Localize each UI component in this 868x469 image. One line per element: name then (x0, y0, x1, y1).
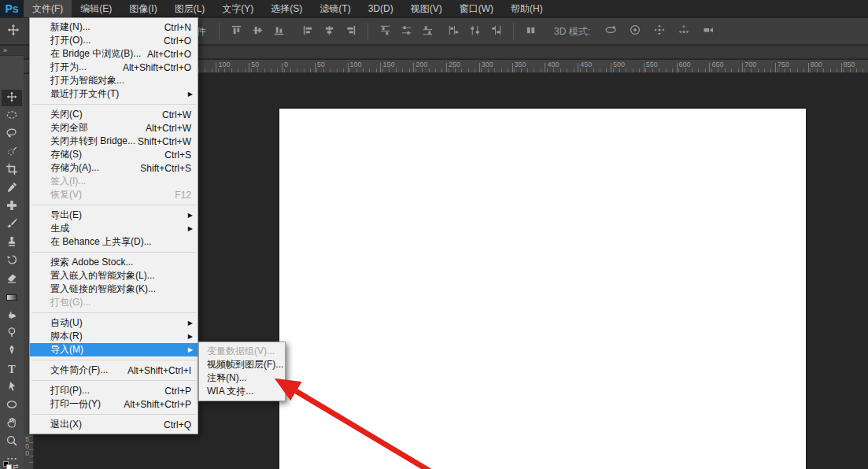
menu-item-print[interactable]: 打印(P)...Ctrl+P (30, 384, 198, 397)
3d-pan-icon (653, 24, 666, 39)
menu-item-place-embedded[interactable]: 置入嵌入的智能对象(L)... (30, 269, 198, 283)
menu-item-automate[interactable]: 自动(U)▶ (30, 316, 198, 330)
document-canvas[interactable] (279, 108, 806, 469)
distribute-spacing-button[interactable] (520, 22, 541, 41)
menu-item-label: 恢复(V) (50, 188, 82, 201)
menu-item-scripts[interactable]: 脚本(R)▶ (30, 330, 198, 343)
tool-quick-selection[interactable] (2, 144, 22, 161)
distribute-bottom-button[interactable] (417, 22, 438, 41)
menu-item-print-one-copy[interactable]: 打印一份(Y)Alt+Shift+Ctrl+P (30, 397, 198, 411)
align-vertical-centers-button[interactable] (247, 22, 268, 41)
3d-orbit-button[interactable] (598, 22, 622, 41)
align-right-edges-button[interactable] (340, 22, 361, 41)
menu-item-notes[interactable]: 注释(N)... (199, 371, 285, 385)
menu-item-close-all[interactable]: 关闭全部Alt+Ctrl+W (30, 121, 198, 135)
menu-separator (31, 205, 196, 205)
menu-item-open-recent[interactable]: 最近打开文件(T)▶ (30, 87, 198, 101)
menubar-item-view[interactable]: 视图(V) (402, 0, 451, 17)
3d-pan-button[interactable] (647, 22, 671, 41)
edit-toolbar-icon (6, 452, 18, 468)
menu-item-save-as[interactable]: 存储为(A)...Shift+Ctrl+S (30, 161, 198, 175)
toolbox-collapse-button[interactable]: » (0, 46, 24, 56)
distribute-right-button[interactable] (486, 22, 507, 41)
menubar-item-threed[interactable]: 3D(D) (360, 0, 402, 17)
distribute-top-button[interactable] (375, 22, 396, 41)
menubar-item-help[interactable]: 帮助(H) (502, 0, 552, 17)
marquee-icon (6, 109, 18, 124)
distribute-left-button[interactable] (443, 22, 464, 41)
menubar-item-window[interactable]: 窗口(W) (451, 0, 502, 17)
ruler-label: 0 (25, 450, 29, 457)
tool-smudge[interactable] (2, 307, 22, 323)
path-selection-icon (6, 380, 18, 396)
menu-item-label: 置入链接的智能对象(K)... (50, 283, 156, 296)
tool-path-selection[interactable] (2, 379, 22, 396)
tool-eraser[interactable] (2, 271, 22, 287)
menubar-item-image[interactable]: 图像(I) (120, 0, 165, 17)
menubar-item-file[interactable]: 文件(F) (24, 0, 72, 17)
align-left-edges-icon (302, 24, 314, 39)
menubar-item-edit[interactable]: 编辑(E) (72, 0, 120, 17)
lasso-icon (6, 127, 18, 142)
menu-item-label: 打开为智能对象... (50, 74, 124, 87)
menu-item-share-on-behance[interactable]: 在 Behance 上共享(D)... (30, 235, 198, 249)
align-left-edges-button[interactable] (297, 22, 319, 41)
menu-item-package: 打包(G)... (30, 296, 198, 309)
menu-item-search-adobe-stock[interactable]: 搜索 Adobe Stock... (30, 256, 198, 269)
menubar-item-filter[interactable]: 滤镜(T) (311, 0, 359, 17)
menu-item-label: 注释(N)... (207, 371, 247, 385)
tool-pen[interactable] (2, 343, 22, 360)
menu-item-close-go-bridge[interactable]: 关闭并转到 Bridge...Shift+Ctrl+W (30, 135, 198, 148)
tool-marquee[interactable] (2, 108, 22, 124)
menu-separator (31, 380, 196, 381)
tool-eyedropper[interactable] (2, 180, 22, 197)
align-horizontal-centers-button[interactable] (319, 22, 340, 41)
align-top-edges-button[interactable] (226, 22, 247, 41)
menubar-item-select[interactable]: 选择(S) (262, 0, 311, 17)
menu-item-wia-support[interactable]: WIA 支持... (199, 385, 285, 398)
tool-type[interactable]: T (2, 361, 22, 378)
align-top-edges-icon (231, 24, 242, 39)
menu-item-open-as-smart-object[interactable]: 打开为智能对象... (30, 74, 198, 87)
tool-shape[interactable] (2, 397, 22, 414)
menu-item-file-info[interactable]: 文件简介(F)...Alt+Shift+Ctrl+I (30, 364, 198, 377)
tool-healing-brush[interactable] (2, 198, 22, 215)
menu-item-video-frames-to-layers[interactable]: 视频帧到图层(F)... (199, 358, 285, 371)
menu-item-open[interactable]: 打开(O)...Ctrl+O (30, 34, 198, 47)
menubar-item-layer[interactable]: 图层(L) (166, 0, 214, 17)
menu-item-import[interactable]: 导入(M)▶ (30, 343, 198, 356)
tool-move[interactable] (2, 90, 22, 106)
ruler-major-tick (841, 63, 842, 72)
menu-item-export[interactable]: 导出(E)▶ (30, 209, 198, 222)
options-group-align-vertical (226, 22, 290, 41)
tool-brush[interactable] (2, 216, 22, 233)
distribute-hcenter-button[interactable] (464, 22, 486, 41)
tool-edit-toolbar[interactable] (2, 452, 22, 468)
menubar-item-type[interactable]: 文字(Y) (213, 0, 262, 17)
menu-item-generate[interactable]: 生成▶ (30, 222, 198, 235)
tool-gradient[interactable] (2, 289, 22, 305)
3d-zoom-button[interactable] (696, 22, 720, 41)
ruler-major-tick (348, 63, 349, 72)
tool-crop[interactable] (2, 162, 22, 179)
tool-zoom[interactable] (2, 434, 22, 450)
menu-item-exit[interactable]: 退出(X)Ctrl+Q (30, 418, 198, 431)
menu-item-save[interactable]: 存储(S)Ctrl+S (30, 148, 198, 161)
menu-item-browse-in-bridge[interactable]: 在 Bridge 中浏览(B)...Alt+Ctrl+O (30, 47, 198, 61)
menu-item-open-as[interactable]: 打开为...Alt+Shift+Ctrl+O (30, 61, 198, 74)
menu-item-place-linked[interactable]: 置入链接的智能对象(K)... (30, 283, 198, 296)
align-bottom-edges-button[interactable] (268, 22, 290, 41)
3d-roll-button[interactable] (622, 22, 647, 41)
tool-history-brush[interactable] (2, 253, 22, 269)
ruler-label: 700 (744, 61, 756, 68)
menu-item-shortcut: Alt+Shift+Ctrl+I (127, 365, 191, 376)
crop-icon (6, 163, 18, 179)
menu-item-new[interactable]: 新建(N)...Ctrl+N (30, 20, 198, 34)
tool-lasso[interactable] (2, 126, 22, 142)
tool-clone-stamp[interactable] (2, 234, 22, 251)
tool-hand[interactable] (2, 415, 22, 432)
3d-slide-button[interactable] (671, 22, 696, 41)
menu-item-close[interactable]: 关闭(C)Ctrl+W (30, 108, 198, 121)
distribute-vcenter-button[interactable] (396, 22, 417, 41)
tool-dodge[interactable] (2, 325, 22, 342)
